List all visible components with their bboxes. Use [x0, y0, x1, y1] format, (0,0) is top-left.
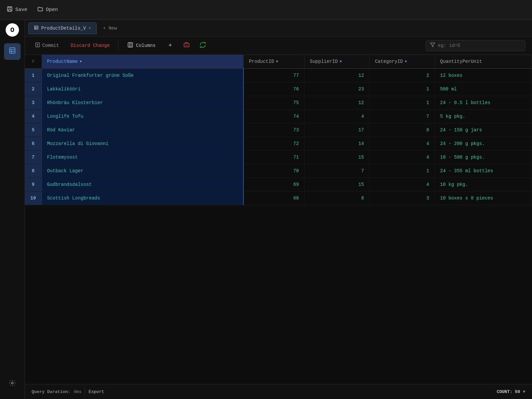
cell-productname[interactable]: Scottish Longbreads [42, 192, 243, 205]
save-label: Save [15, 7, 27, 13]
cell-categoryid[interactable]: 1 [369, 82, 435, 96]
sidebar: O [0, 20, 25, 399]
cell-categoryid[interactable]: 1 [369, 96, 435, 110]
cell-productid[interactable]: 75 [243, 96, 304, 110]
cell-categoryid[interactable]: 4 [369, 178, 435, 192]
cell-productid[interactable]: 77 [243, 68, 304, 82]
cell-productname[interactable]: Flotemysost [42, 151, 243, 164]
open-button[interactable]: Open [37, 6, 58, 14]
cell-productid[interactable]: 74 [243, 110, 304, 123]
cell-quantityperunit[interactable]: 10 - 500 g pkgs. [435, 151, 532, 164]
filter-input[interactable] [438, 43, 504, 48]
cell-categoryid[interactable]: 2 [369, 68, 435, 82]
cell-productname[interactable]: Röd Kaviar [42, 123, 243, 137]
cell-quantityperunit[interactable]: 500 ml [435, 82, 532, 96]
cell-productid[interactable]: 70 [243, 164, 304, 178]
table-icon [9, 47, 16, 56]
cell-quantityperunit[interactable]: 24 - 150 g jars [435, 123, 532, 137]
table-row[interactable]: 4 Longlife Tofu 74 4 7 5 kg pkg. [25, 110, 532, 123]
cell-supplierid[interactable]: 8 [304, 192, 369, 205]
cell-productname[interactable]: Lakkalikööri [42, 82, 243, 96]
cell-productname[interactable]: Mozzarella di Giovanni [42, 137, 243, 151]
table-row[interactable]: 7 Flotemysost 71 15 4 10 - 500 g pkgs. [25, 151, 532, 164]
cell-productname[interactable]: Rhönbräu Klosterbier [42, 96, 243, 110]
cell-quantityperunit[interactable]: 24 - 0.5 l bottles [435, 96, 532, 110]
count-label: COUNT: 50 [497, 389, 520, 394]
cell-productname[interactable]: Original Frankfurter grüne Soße [42, 68, 243, 82]
cell-supplierid[interactable]: 15 [304, 151, 369, 164]
table-row[interactable]: 3 Rhönbräu Klosterbier 75 12 1 24 - 0.5 … [25, 96, 532, 110]
tab-product-details[interactable]: ProductDetails_V ✕ [28, 22, 97, 34]
columns-button[interactable]: Columns [123, 40, 160, 51]
cell-supplierid[interactable]: 23 [304, 82, 369, 96]
table-row[interactable]: 8 Outback Lager 70 7 1 24 - 355 ml bottl… [25, 164, 532, 178]
cell-supplierid[interactable]: 7 [304, 164, 369, 178]
gear-icon [9, 379, 16, 389]
cell-productid[interactable]: 73 [243, 123, 304, 137]
cell-supplierid[interactable]: 12 [304, 96, 369, 110]
cell-productname[interactable]: Gudbrandsdalsost [42, 178, 243, 192]
table-row[interactable]: 10 Scottish Longbreads 68 8 3 10 boxes x… [25, 192, 532, 205]
cell-quantityperunit[interactable]: 24 - 355 ml bottles [435, 164, 532, 178]
sidebar-item-settings[interactable] [4, 376, 21, 392]
sidebar-item-table[interactable] [4, 43, 21, 60]
cell-quantityperunit[interactable]: 12 boxes [435, 68, 532, 82]
cell-supplierid[interactable]: 15 [304, 178, 369, 192]
cell-supplierid[interactable]: 12 [304, 68, 369, 82]
cell-supplierid[interactable]: 17 [304, 123, 369, 137]
svg-rect-2 [10, 48, 15, 54]
cell-supplierid[interactable]: 4 [304, 110, 369, 123]
status-right: COUNT: 50 ▼ [497, 389, 525, 394]
delete-row-button[interactable] [181, 40, 192, 51]
cell-categoryid[interactable]: 4 [369, 137, 435, 151]
table-row[interactable]: 9 Gudbrandsdalsost 69 15 4 10 kg pkg. [25, 178, 532, 192]
cell-quantityperunit[interactable]: 24 - 200 g pkgs. [435, 137, 532, 151]
refresh-button[interactable] [197, 40, 208, 51]
cell-productname[interactable]: Longlife Tofu [42, 110, 243, 123]
tab-label: ProductDetails_V [41, 26, 86, 31]
export-button[interactable]: Export [88, 389, 104, 394]
cell-rownum: 1 [25, 68, 42, 82]
cell-productid[interactable]: 69 [243, 178, 304, 192]
save-button[interactable]: Save [7, 6, 27, 14]
cell-quantityperunit[interactable]: 10 kg pkg. [435, 178, 532, 192]
cell-categoryid[interactable]: 1 [369, 164, 435, 178]
count-chevron-icon: ▼ [523, 389, 525, 394]
add-row-button[interactable]: + [165, 40, 176, 51]
new-tab-button[interactable]: + New [98, 24, 122, 33]
svg-rect-1 [8, 10, 11, 11]
cell-categoryid[interactable]: 3 [369, 192, 435, 205]
cell-productid[interactable]: 76 [243, 82, 304, 96]
svg-rect-0 [7, 7, 12, 11]
refresh-icon [200, 42, 206, 50]
cell-supplierid[interactable]: 14 [304, 137, 369, 151]
col-header-categoryid[interactable]: CategoryID ▼ [369, 55, 435, 68]
col-header-productid[interactable]: ProductID ▼ [243, 55, 304, 68]
delete-icon [183, 42, 190, 50]
col-header-productname[interactable]: ProductName ▼ [42, 55, 243, 68]
cell-quantityperunit[interactable]: 5 kg pkg. [435, 110, 532, 123]
cell-productid[interactable]: 72 [243, 137, 304, 151]
cell-productid[interactable]: 68 [243, 192, 304, 205]
col-header-supplierid[interactable]: SupplierID ▼ [304, 55, 369, 68]
tab-close-button[interactable]: ✕ [88, 26, 91, 31]
cell-productid[interactable]: 71 [243, 151, 304, 164]
cell-categoryid[interactable]: 7 [369, 110, 435, 123]
table-row[interactable]: 1 Original Frankfurter grüne Soße 77 12 … [25, 68, 532, 82]
table-row[interactable]: 5 Röd Kaviar 73 17 8 24 - 150 g jars [25, 123, 532, 137]
toolbar: Commit Discard Change Columns + [25, 37, 532, 55]
commit-button[interactable]: Commit [32, 41, 62, 51]
table-row[interactable]: 2 Lakkalikööri 76 23 1 500 ml [25, 82, 532, 96]
cell-categoryid[interactable]: 4 [369, 151, 435, 164]
save-icon [7, 6, 13, 14]
cell-productname[interactable]: Outback Lager [42, 164, 243, 178]
table-row[interactable]: 6 Mozzarella di Giovanni 72 14 4 24 - 20… [25, 137, 532, 151]
chevron-down-icon: ▼ [340, 60, 342, 64]
discard-button[interactable]: Discard Change [67, 41, 113, 50]
cell-categoryid[interactable]: 8 [369, 123, 435, 137]
col-header-rownum: # [25, 55, 42, 68]
cell-quantityperunit[interactable]: 10 boxes x 8 pieces [435, 192, 532, 205]
col-header-quantityperunit[interactable]: QuantityPerUnit [435, 55, 532, 68]
cell-rownum: 10 [25, 192, 42, 205]
open-label: Open [46, 7, 58, 13]
